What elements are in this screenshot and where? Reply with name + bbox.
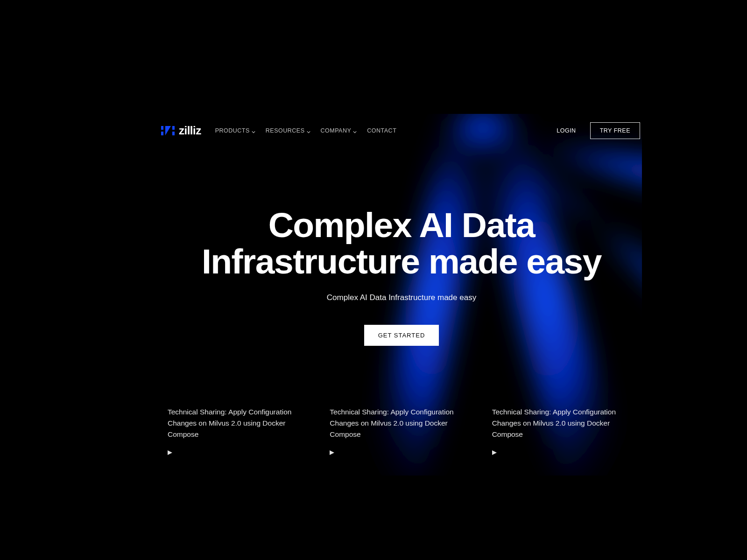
svg-marker-14 bbox=[492, 450, 497, 455]
hero-title-line2: Infrastructure made easy bbox=[202, 242, 601, 281]
hero-title-line1: Complex AI Data bbox=[268, 205, 535, 245]
main-nav: zilliz PRODUCTS RESOURCES COMPANY bbox=[161, 114, 642, 139]
logo-mark-icon bbox=[161, 126, 175, 135]
nav-item-products[interactable]: PRODUCTS bbox=[215, 127, 255, 134]
try-free-button[interactable]: TRY FREE bbox=[590, 122, 640, 139]
nav-item-label: PRODUCTS bbox=[215, 127, 250, 134]
chevron-down-icon bbox=[353, 129, 357, 133]
article-card[interactable]: Technical Sharing: Apply Configuration C… bbox=[168, 406, 311, 453]
svg-rect-9 bbox=[172, 126, 175, 130]
login-link[interactable]: LOGIN bbox=[557, 127, 576, 134]
svg-marker-12 bbox=[168, 450, 172, 455]
brand-logo[interactable]: zilliz bbox=[161, 124, 201, 137]
svg-point-11 bbox=[162, 126, 163, 128]
articles-row: Technical Sharing: Apply Configuration C… bbox=[161, 406, 642, 453]
nav-right: LOGIN TRY FREE bbox=[557, 122, 640, 139]
get-started-button[interactable]: GET STARTED bbox=[364, 325, 439, 346]
chevron-down-icon bbox=[307, 129, 310, 133]
play-icon bbox=[168, 448, 172, 453]
svg-marker-3 bbox=[474, 137, 642, 217]
article-title: Technical Sharing: Apply Configuration C… bbox=[492, 406, 635, 440]
hero-title: Complex AI Data Infrastructure made easy bbox=[161, 207, 642, 280]
nav-item-contact[interactable]: CONTACT bbox=[367, 127, 396, 134]
nav-item-label: CONTACT bbox=[367, 127, 396, 134]
svg-marker-13 bbox=[330, 450, 334, 455]
article-title: Technical Sharing: Apply Configuration C… bbox=[330, 406, 473, 440]
hero-subtitle: Complex AI Data Infrastructure made easy bbox=[161, 293, 642, 302]
article-title: Technical Sharing: Apply Configuration C… bbox=[168, 406, 311, 440]
hero-section: Complex AI Data Infrastructure made easy… bbox=[161, 207, 642, 346]
nav-item-label: COMPANY bbox=[321, 127, 352, 134]
svg-rect-6 bbox=[161, 132, 163, 135]
chevron-down-icon bbox=[252, 129, 255, 133]
play-icon bbox=[492, 448, 497, 453]
article-card[interactable]: Technical Sharing: Apply Configuration C… bbox=[330, 406, 473, 453]
nav-item-label: RESOURCES bbox=[266, 127, 305, 134]
brand-name: zilliz bbox=[179, 124, 201, 137]
svg-marker-8 bbox=[165, 126, 171, 135]
nav-links: PRODUCTS RESOURCES COMPANY bbox=[215, 127, 397, 134]
nav-item-resources[interactable]: RESOURCES bbox=[266, 127, 310, 134]
svg-rect-10 bbox=[172, 132, 175, 135]
nav-item-company[interactable]: COMPANY bbox=[321, 127, 357, 134]
play-icon bbox=[330, 448, 334, 453]
article-card[interactable]: Technical Sharing: Apply Configuration C… bbox=[492, 406, 635, 453]
